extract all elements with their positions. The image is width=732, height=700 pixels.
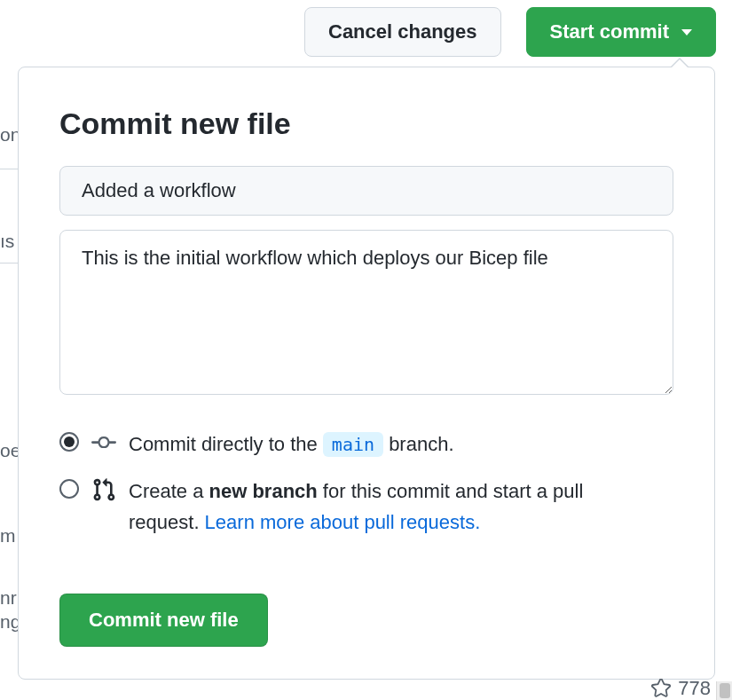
commit-description-textarea[interactable]: This is the initial workflow which deplo… [59, 230, 673, 395]
commit-summary-input[interactable] [59, 166, 673, 216]
branch-badge: main [323, 432, 383, 457]
git-pull-request-icon [91, 477, 116, 502]
commit-popover: Commit new file This is the initial work… [18, 67, 715, 680]
star-count-row: 778 [651, 677, 711, 700]
scrollbar-thumb[interactable] [720, 683, 730, 698]
start-commit-label: Start commit [550, 20, 669, 43]
commit-direct-text: Commit directly to the main branch. [129, 429, 454, 460]
caret-down-icon [681, 29, 692, 35]
popover-title: Commit new file [59, 106, 673, 141]
commit-new-branch-text: Create a new branch for this commit and … [129, 476, 634, 538]
top-action-bar: Cancel changes Start commit [304, 7, 716, 57]
commit-new-branch-option[interactable]: Create a new branch for this commit and … [59, 476, 673, 538]
radio-unselected[interactable] [59, 479, 79, 499]
scrollbar-track[interactable] [716, 681, 732, 700]
commit-new-file-button[interactable]: Commit new file [59, 594, 268, 647]
divider [0, 263, 18, 263]
commit-direct-option[interactable]: Commit directly to the main branch. [59, 429, 673, 460]
radio-selected[interactable] [59, 432, 79, 452]
learn-more-link[interactable]: Learn more about pull requests. [205, 511, 481, 533]
star-icon [651, 679, 671, 698]
star-count: 778 [678, 677, 711, 700]
start-commit-button[interactable]: Start commit [526, 7, 716, 57]
bg-text-fragment: m [0, 523, 16, 547]
bg-text-fragment: ıs [0, 229, 14, 253]
git-commit-icon [91, 430, 116, 455]
divider [0, 169, 18, 169]
cancel-button[interactable]: Cancel changes [304, 7, 501, 57]
